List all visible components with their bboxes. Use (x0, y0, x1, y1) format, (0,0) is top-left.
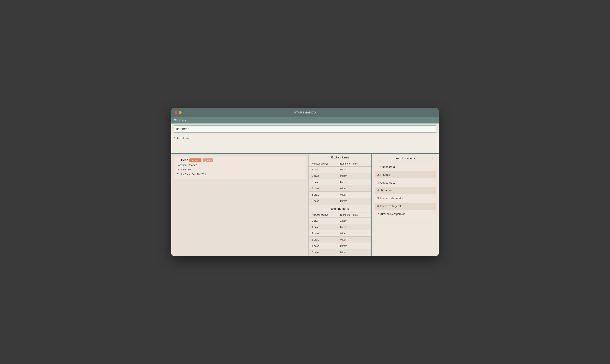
expiring-items-cell: 0 item (340, 226, 369, 229)
item-name: Beer (181, 158, 188, 162)
expiring-items-title: Expiring Items (309, 205, 371, 212)
search-area (171, 123, 439, 134)
traffic-lights (175, 111, 186, 114)
expiring-days-cell: 3 days (312, 238, 340, 241)
table-row: 1 day 0 item (309, 167, 371, 173)
item-number: 1. (177, 158, 179, 162)
location-item[interactable]: 5. kitchen refrigerator (375, 195, 436, 202)
expired-items-header: Number of days Number of Items (309, 161, 371, 167)
locations-title: Your Locations (375, 156, 436, 161)
expiring-col-days: Number of days (312, 214, 340, 216)
location-item[interactable]: 1. Cupboard 3 (375, 163, 436, 170)
expiring-col-items: Number of Items (340, 214, 369, 216)
expired-items-cell: 0 item (340, 187, 369, 190)
table-row: 1 day 0 item (309, 224, 371, 230)
expired-items-body[interactable]: 1 day 0 item 2 days 0 item 3 days 0 item… (309, 167, 371, 205)
expired-items-cell: 0 item (340, 193, 369, 196)
location-item[interactable]: 7. Kitchen Refrigerator (375, 210, 436, 218)
left-panel: 1. Beer favourite guests Location: Room … (171, 154, 309, 256)
location-item[interactable]: 4. Storeroom (375, 187, 436, 194)
expiring-items-section: Expiring Items Number of days Number of … (309, 205, 371, 256)
table-row: 0 day 1 item (309, 218, 371, 224)
middle-panel: Expired Items Number of days Number of I… (309, 154, 372, 256)
expired-days-cell: 5 days (312, 193, 340, 196)
shortcuts-bar: Shortcuts (171, 117, 439, 123)
expiring-items-cell: 0 item (340, 238, 369, 241)
expiring-days-cell: 0 day (312, 219, 340, 222)
expiring-items-body[interactable]: 0 day 1 item 1 day 0 item 2 days 0 item … (309, 218, 371, 256)
table-row: 4 days 0 item (309, 243, 371, 249)
title-bar: STOREMANDO (171, 108, 439, 117)
table-row: 2 days 0 item (309, 230, 371, 237)
table-row: 3 days 0 item (309, 179, 371, 185)
table-row: 5 days 0 item (309, 249, 371, 255)
item-location: Location: Room 2 (177, 163, 303, 167)
item-detail: Location: Room 2 Quantity: 10 Expiry Dat… (177, 163, 303, 177)
expired-days-cell: 2 days (312, 174, 340, 177)
expiring-days-cell: 4 days (312, 245, 340, 247)
expiring-items-cell: 0 item (340, 245, 369, 247)
expired-col-items: Number of Items (340, 162, 369, 165)
item-title: 1. Beer favourite guests (177, 158, 303, 162)
main-content: 1. Beer favourite guests Location: Room … (171, 154, 439, 256)
expiring-items-cell: 0 item (340, 251, 369, 254)
expired-days-cell: 6 days (312, 199, 340, 202)
expiring-days-cell: 5 days (312, 251, 340, 254)
table-row: 5 days 0 item (309, 192, 371, 198)
expiring-days-cell: 2 days (312, 232, 340, 235)
result-text: 1 item found! (174, 136, 191, 140)
minimize-button[interactable] (179, 111, 182, 114)
table-row: 2 days 0 item (309, 173, 371, 179)
expired-items-title: Expired Items (309, 154, 371, 161)
table-row: 4 days 0 item (309, 185, 371, 192)
table-row: 6 days 0 item (309, 198, 371, 204)
expired-days-cell: 1 day (312, 168, 340, 171)
expired-col-days: Number of days (312, 162, 340, 165)
location-item[interactable]: 3. Cupboard 1 (375, 179, 436, 186)
item-result: 1. Beer favourite guests Location: Room … (174, 156, 306, 179)
expiring-items-cell: 0 item (340, 232, 369, 235)
expired-items-cell: 0 item (340, 181, 369, 183)
item-expiry: Expiry Date: Sep 10 2021 (177, 172, 303, 177)
location-item[interactable]: 2. Room 2 (375, 171, 436, 178)
search-input[interactable] (174, 125, 436, 132)
app-window: STOREMANDO Shortcuts 1 item found! 1. Be… (171, 108, 439, 256)
expired-items-cell: 0 item (340, 199, 369, 202)
expired-days-cell: 3 days (312, 181, 340, 183)
close-button[interactable] (175, 111, 177, 114)
location-item[interactable]: 6. kitchen refrigerato (375, 203, 436, 210)
expired-items-cell: 0 item (340, 174, 369, 177)
expired-items-cell: 0 item (340, 168, 369, 171)
expired-items-section: Expired Items Number of days Number of I… (309, 154, 371, 205)
expiring-items-cell: 1 item (340, 219, 369, 222)
shortcuts-label: Shortcuts (174, 118, 186, 122)
item-quantity: Quantity: 10 (177, 167, 303, 172)
window-title: STOREMANDO (294, 111, 316, 114)
expired-days-cell: 4 days (312, 187, 340, 190)
locations-list: 1. Cupboard 32. Room 23. Cupboard 14. St… (375, 163, 436, 218)
tag-favourite: favourite (189, 158, 202, 162)
result-bar: 1 item found! (171, 134, 439, 154)
maximize-button[interactable] (183, 111, 186, 114)
table-row: 7 days 0 item (309, 204, 371, 205)
table-row: 3 days 0 item (309, 237, 371, 243)
right-panel: Your Locations 1. Cupboard 32. Room 23. … (372, 154, 439, 256)
tag-guests: guests (203, 158, 213, 162)
expiring-days-cell: 1 day (312, 226, 340, 229)
expiring-items-header: Number of days Number of Items (309, 212, 371, 218)
